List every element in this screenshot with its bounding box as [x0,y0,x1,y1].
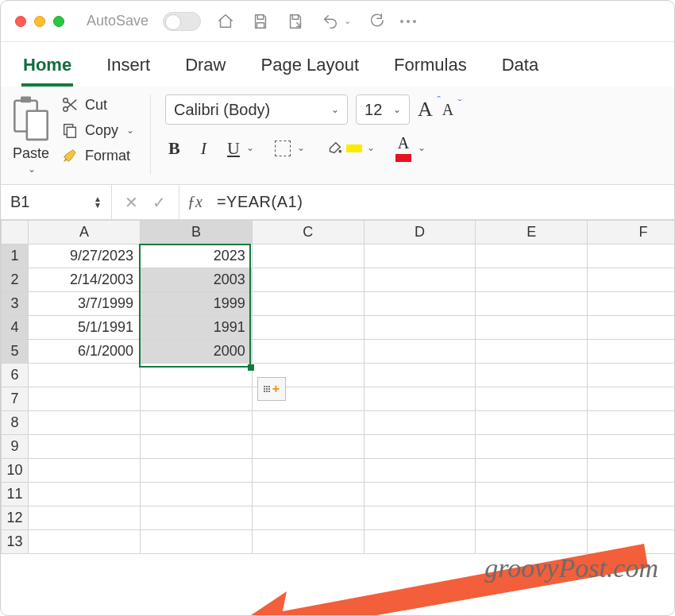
cell[interactable]: 2/14/2003 [29,268,141,292]
cell[interactable] [476,483,588,506]
row-header[interactable]: 2 [2,268,29,292]
increase-font-button[interactable]: A [418,98,433,121]
select-all-corner[interactable] [2,221,29,244]
cell[interactable] [476,292,588,316]
cell[interactable] [364,244,476,268]
cell[interactable] [140,435,252,459]
cell[interactable] [364,506,476,530]
more-commands-icon[interactable] [400,20,416,23]
cell[interactable] [588,244,675,268]
cell[interactable] [364,316,476,340]
autofill-options-button[interactable]: + [257,377,286,401]
underline-button[interactable]: U⌄ [224,137,257,160]
row-header[interactable]: 11 [2,483,29,506]
col-header-B[interactable]: B [140,221,252,244]
cell[interactable] [476,435,588,459]
cell[interactable]: 1991 [140,316,252,340]
cell[interactable] [140,459,252,483]
row-header[interactable]: 10 [2,459,29,483]
cell[interactable] [476,268,588,292]
cell[interactable] [588,411,675,435]
cell[interactable] [476,506,588,530]
row-header[interactable]: 4 [2,316,29,340]
undo-icon[interactable] [320,11,341,32]
cell[interactable] [476,316,588,340]
font-size-dropdown[interactable]: 12 ⌄ [356,94,410,125]
copy-button[interactable]: Copy ⌄ [58,120,137,141]
cancel-formula-icon[interactable]: ✕ [125,193,138,212]
cell[interactable] [588,316,675,340]
cell[interactable] [364,387,476,411]
col-header-E[interactable]: E [476,221,588,244]
accept-formula-icon[interactable]: ✓ [152,193,166,212]
home-icon[interactable] [215,11,236,32]
fill-handle[interactable] [248,364,254,371]
cell[interactable] [29,411,141,435]
cell[interactable] [476,340,588,364]
cell[interactable] [29,483,141,506]
cell[interactable] [476,364,588,387]
cell[interactable] [364,340,476,364]
cell[interactable] [588,268,675,292]
cell[interactable] [252,268,364,292]
autosave-toggle[interactable] [163,12,201,31]
cell[interactable] [29,459,141,483]
cell[interactable] [252,340,364,364]
cell[interactable]: 5/1/1991 [29,316,141,340]
cell[interactable] [588,292,675,316]
row-header[interactable]: 7 [2,387,29,411]
row-header[interactable]: 12 [2,506,29,530]
undo-chevron-icon[interactable]: ⌄ [344,16,351,26]
cell[interactable] [140,483,252,506]
cell[interactable]: 1999 [140,292,252,316]
cell[interactable] [588,483,675,506]
cut-button[interactable]: Cut [58,94,137,115]
row-header[interactable]: 3 [2,292,29,316]
row-header[interactable]: 1 [2,244,29,268]
col-header-C[interactable]: C [252,221,364,244]
tab-formulas[interactable]: Formulas [392,50,469,87]
cell[interactable] [29,506,141,530]
minimize-window-button[interactable] [34,16,45,27]
format-painter-button[interactable]: Format [58,145,137,166]
name-box-stepper[interactable]: ▲▼ [94,196,102,209]
tab-page-layout[interactable]: Page Layout [260,50,361,87]
cell[interactable] [476,459,588,483]
name-box[interactable]: B1 ▲▼ [1,185,112,219]
cell[interactable]: 9/27/2023 [29,244,141,268]
row-header[interactable]: 6 [2,364,29,387]
cell[interactable] [29,435,141,459]
fill-color-button[interactable]: ⌄ [322,138,378,159]
decrease-font-button[interactable]: A [442,101,453,119]
cell[interactable] [364,411,476,435]
bold-button[interactable]: B [165,137,183,160]
cell[interactable]: 2003 [140,268,252,292]
cell[interactable] [588,340,675,364]
cell[interactable] [588,506,675,530]
cell[interactable] [476,411,588,435]
maximize-window-button[interactable] [53,16,64,27]
row-header[interactable]: 9 [2,435,29,459]
row-header[interactable]: 8 [2,411,29,435]
cell[interactable] [588,387,675,411]
tab-draw[interactable]: Draw [183,50,227,87]
cell[interactable]: 2023 [140,244,252,268]
cell[interactable] [588,530,675,554]
cell[interactable] [364,483,476,506]
italic-button[interactable]: I [198,137,210,160]
cell[interactable] [476,244,588,268]
cell[interactable] [364,530,476,554]
cell[interactable] [252,316,364,340]
cell[interactable] [364,268,476,292]
cell[interactable]: 2000 [140,340,252,364]
cell[interactable] [252,244,364,268]
spreadsheet-grid[interactable]: A B C D E F 1 9/27/2023 2023 2 2/14/2003… [1,220,674,554]
cell[interactable] [252,435,364,459]
cell[interactable] [364,435,476,459]
cell[interactable] [364,292,476,316]
cell[interactable] [588,459,675,483]
formula-input[interactable]: =YEAR(A1) [210,185,674,219]
cell[interactable] [29,530,141,554]
cell[interactable] [252,459,364,483]
cell[interactable] [252,292,364,316]
